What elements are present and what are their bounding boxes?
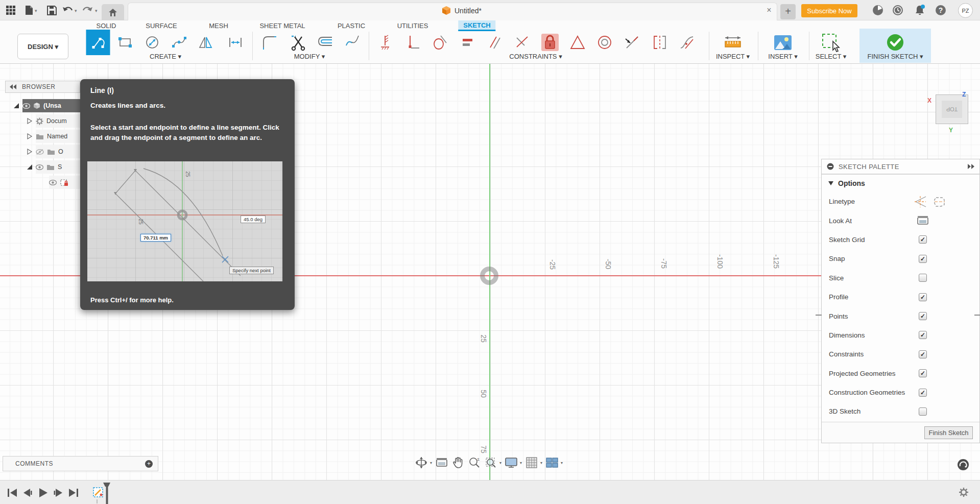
zoom-icon[interactable]: ± [468,456,481,469]
finish-sketch-check-icon[interactable] [883,31,907,54]
palette-option-checkbox[interactable] [919,389,927,397]
equal-constraint-button[interactable] [456,31,480,54]
tab-mesh[interactable]: MESH [204,20,233,31]
new-tab-icon[interactable]: + [780,4,796,19]
skip-to-end-button[interactable] [67,487,80,499]
browser-item-active-sketch[interactable] [49,176,80,189]
line-tool-button[interactable] [86,30,110,55]
redo-caret[interactable]: ▾ [95,8,98,13]
undo-caret[interactable]: ▾ [75,8,77,13]
viewcube-top-face[interactable]: TOP [942,101,962,118]
polygon-constraint-button[interactable] [566,31,589,54]
browser-item-sketches-folder[interactable]: S [36,160,80,174]
orbit-icon[interactable] [415,456,428,469]
skip-to-start-button[interactable] [6,487,18,499]
assistant-status-icon[interactable] [957,459,969,471]
file-menu-icon[interactable] [23,5,35,16]
palette-option-checkbox[interactable] [919,407,927,416]
project-curve-tool-button[interactable] [341,31,364,54]
browser-item-document-root[interactable]: (Unsa [22,99,80,112]
insert-image-button[interactable] [771,31,795,54]
trim-tool-button[interactable] [286,31,310,54]
orbit-dropdown-caret[interactable]: ▾ [430,461,432,465]
fix-unfix-constraint-button[interactable] [538,31,562,54]
timeline-sketch-feature-marker[interactable] [92,483,104,495]
tab-surface[interactable]: SURFACE [140,20,182,31]
user-avatar[interactable]: PZ [958,3,973,18]
tangent-constraint-button[interactable] [428,31,452,54]
spline-tool-button[interactable] [168,31,191,54]
palette-option-checkbox[interactable] [919,369,927,377]
redo-icon[interactable] [82,5,93,16]
timeline-settings-gear-icon[interactable] [959,487,971,499]
visibility-off-eye-icon[interactable] [36,149,44,155]
grid-settings-dropdown-caret[interactable]: ▾ [540,461,542,465]
viewcube[interactable]: TOP [936,94,968,124]
add-comment-icon[interactable]: + [145,460,153,468]
close-tab-icon[interactable]: × [764,5,774,15]
select-tool-button[interactable] [819,31,843,54]
browser-item-document-settings[interactable]: Docum [36,114,80,128]
parallel-constraint-button[interactable] [484,31,507,54]
fillet-tool-button[interactable] [257,31,281,54]
help-icon[interactable]: ? [935,4,947,16]
browser-panel-header[interactable]: BROWSER [5,81,80,93]
subscribe-now-button[interactable]: Subscribe Now [801,4,857,17]
tab-plastic[interactable]: PLASTIC [332,20,370,31]
centerline-linetype-icon[interactable] [933,196,946,208]
palette-option-checkbox[interactable] [919,274,927,282]
look-at-icon[interactable] [917,215,929,226]
look-at-nav-icon[interactable] [435,456,448,469]
job-status-clock-icon[interactable] [892,4,904,16]
expand-toggle-icon[interactable] [27,164,33,170]
palette-option-checkbox[interactable] [919,350,927,358]
origin-point[interactable] [480,267,498,285]
offset-tool-button[interactable] [314,31,337,54]
palette-collapse-icon[interactable] [967,164,974,169]
visibility-eye-icon[interactable] [22,103,30,109]
visibility-eye-icon[interactable] [49,179,57,186]
expand-caret-icon[interactable] [27,118,33,124]
finish-sketch-dropdown[interactable]: FINISH SKETCH ▾ [867,53,923,60]
grid-settings-icon[interactable] [525,456,538,469]
zoom-window-dropdown-caret[interactable]: ▾ [499,461,501,465]
visibility-eye-icon[interactable] [36,164,43,171]
insert-group-dropdown[interactable]: INSERT ▾ [768,53,797,60]
modify-group-dropdown[interactable]: MODIFY ▾ [294,53,325,60]
curvature-constraint-button[interactable] [675,31,699,54]
zoom-window-icon[interactable] [484,456,497,469]
tab-sketch[interactable]: SKETCH [458,20,495,31]
create-group-dropdown[interactable]: CREATE ▾ [150,53,181,60]
constraints-group-dropdown[interactable]: CONSTRAINTS ▾ [509,53,562,60]
sketch-palette-header[interactable]: SKETCH PALETTE [822,159,979,175]
tab-solid[interactable]: SOLID [91,20,121,31]
tab-utilities[interactable]: UTILITIES [392,20,434,31]
palette-menu-icon[interactable] [827,163,834,170]
inspect-group-dropdown[interactable]: INSPECT ▾ [716,53,750,60]
palette-option-checkbox[interactable] [919,255,927,263]
expand-toggle-icon[interactable] [13,103,19,109]
coincident-constraint-button[interactable] [374,31,397,54]
select-group-dropdown[interactable]: SELECT ▾ [816,53,846,60]
finish-sketch-button[interactable]: Finish Sketch [924,426,973,439]
viewports-icon[interactable] [545,456,559,469]
section-expand-icon[interactable] [828,181,833,185]
app-grid-icon[interactable] [5,5,16,16]
display-settings-icon[interactable] [505,456,518,469]
display-settings-dropdown-caret[interactable]: ▾ [520,461,522,465]
palette-option-checkbox[interactable] [919,293,927,301]
play-button[interactable] [37,487,49,499]
palette-options-section[interactable]: Options [822,175,979,192]
tab-sheet-metal[interactable]: SHEET METAL [254,20,310,31]
design-workspace-dropdown[interactable]: DESIGN ▾ [17,34,68,59]
browser-collapse-icon[interactable] [10,84,17,89]
save-icon[interactable] [46,5,57,16]
notifications-bell-icon[interactable] [913,4,925,16]
measure-tool-button[interactable] [721,31,745,54]
circle-tool-button[interactable] [140,31,164,54]
concentric-constraint-button[interactable] [593,31,616,54]
midpoint-constraint-button[interactable] [620,31,644,54]
rectangle-tool-button[interactable] [113,31,137,54]
symmetry-constraint-button[interactable] [648,31,672,54]
pan-icon[interactable] [451,456,465,469]
